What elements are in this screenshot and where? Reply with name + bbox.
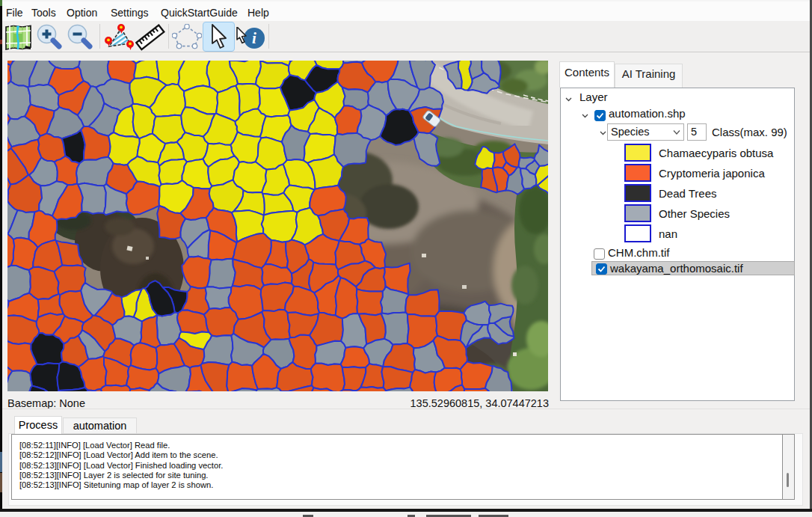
svg-text:i: i [252,29,256,47]
